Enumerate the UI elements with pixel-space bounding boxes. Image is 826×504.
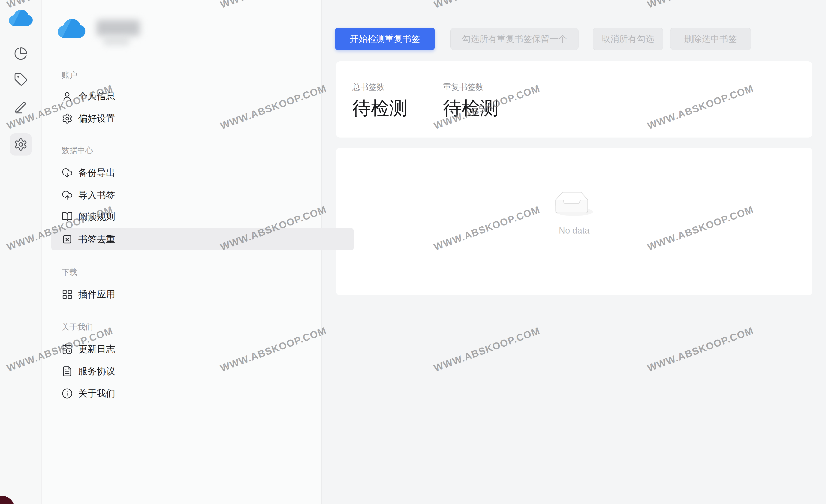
sidebar-item-label: 阅读规则 [78, 210, 115, 223]
sidebar-item-label: 书签去重 [78, 233, 115, 246]
sidebar-item-label: 备份导出 [78, 167, 115, 179]
blurred-username [97, 20, 140, 36]
pie-chart-icon[interactable] [10, 43, 32, 65]
info-icon [62, 388, 73, 399]
sidebar-item-label: 插件应用 [78, 288, 115, 301]
gear-icon[interactable] [10, 133, 32, 155]
cloud-upload-icon [62, 190, 73, 201]
user-icon [62, 91, 73, 102]
section-title-account: 账户 [62, 69, 77, 81]
stat-label: 总书签数 [352, 82, 385, 92]
calendar-clock-icon [62, 343, 73, 355]
sidebar-item-about-us[interactable]: 关于我们 [62, 382, 115, 404]
sidebar-item-import-bookmarks[interactable]: 导入书签 [62, 184, 115, 206]
main-content: 开始检测重复书签 勾选所有重复书签保留一个 取消所有勾选 删除选中书签 总书签数… [321, 0, 826, 504]
sidebar-item-terms[interactable]: 服务协议 [62, 360, 115, 382]
rail-divider [13, 125, 27, 125]
section-title-data-center: 数据中心 [62, 144, 93, 156]
stat-value: 待检测 [352, 96, 408, 121]
sidebar-item-changelog[interactable]: 更新日志 [62, 338, 115, 360]
app-window: 账户 个人信息 偏好设置 数据中心 备份导出 导入书签 [0, 0, 826, 504]
sidebar-item-label: 关于我们 [78, 387, 115, 400]
settings-sidebar: 账户 个人信息 偏好设置 数据中心 备份导出 导入书签 [42, 0, 321, 504]
results-panel: No data [336, 148, 812, 295]
dedupe-icon [62, 234, 73, 245]
section-title-download: 下载 [62, 266, 77, 278]
sidebar-item-label: 更新日志 [78, 343, 115, 356]
grid-icon [62, 289, 73, 300]
book-open-icon [62, 211, 73, 222]
uncheck-all-button[interactable]: 取消所有勾选 [593, 28, 663, 50]
cloud-logo-icon [9, 10, 33, 26]
sidebar-item-profile[interactable]: 个人信息 [62, 85, 115, 107]
cloud-avatar-icon [58, 19, 85, 38]
stat-label: 重复书签数 [443, 82, 483, 92]
cloud-download-icon [62, 167, 73, 178]
pen-icon[interactable] [10, 97, 32, 119]
empty-state-message: No data [336, 226, 812, 236]
sidebar-item-backup-export[interactable]: 备份导出 [62, 162, 115, 184]
tag-icon[interactable] [10, 68, 32, 90]
blurred-user-subtext [104, 37, 129, 46]
sidebar-item-reading-rules[interactable]: 阅读规则 [62, 205, 115, 228]
sidebar-item-label: 个人信息 [78, 90, 115, 103]
empty-state: No data [336, 192, 812, 236]
sidebar-item-label: 导入书签 [78, 189, 115, 201]
stats-card: 总书签数 待检测 重复书签数 待检测 [336, 61, 812, 137]
section-title-about: 关于我们 [62, 321, 93, 332]
rail-divider [13, 35, 27, 35]
delete-selected-bookmarks-button[interactable]: 删除选中书签 [670, 28, 751, 50]
sidebar-item-label: 服务协议 [78, 365, 115, 378]
stat-value: 待检测 [443, 96, 498, 121]
sidebar-item-preferences[interactable]: 偏好设置 [62, 107, 115, 130]
sidebar-item-plugin-apps[interactable]: 插件应用 [62, 283, 115, 306]
gear-icon [62, 113, 73, 124]
start-detect-duplicates-button[interactable]: 开始检测重复书签 [335, 28, 435, 50]
empty-inbox-icon [555, 192, 593, 216]
sidebar-item-label: 偏好设置 [78, 112, 115, 125]
file-text-icon [62, 366, 73, 377]
sidebar-item-bookmark-dedupe[interactable]: 书签去重 [62, 228, 115, 250]
icon-rail [0, 0, 42, 504]
select-all-duplicates-keep-one-button[interactable]: 勾选所有重复书签保留一个 [451, 28, 579, 50]
